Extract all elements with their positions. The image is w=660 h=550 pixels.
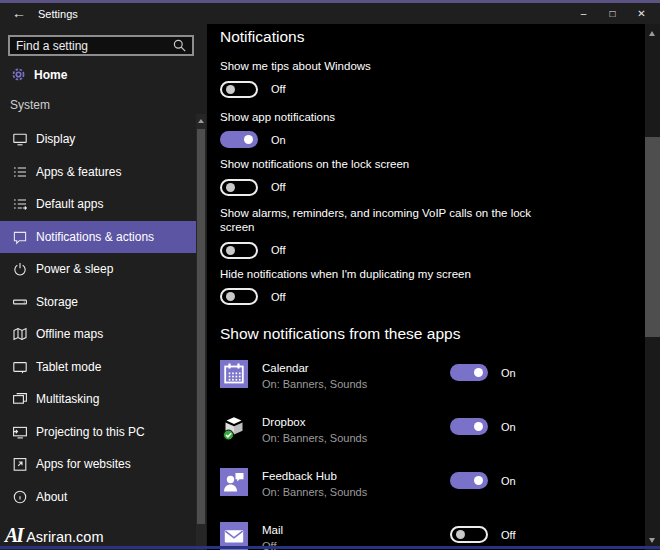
sidebar-item-default-apps[interactable]: Default apps bbox=[0, 188, 196, 221]
sidebar-item-multitasking[interactable]: Multitasking bbox=[0, 383, 196, 416]
setting-label: Show alarms, reminders, and incoming VoI… bbox=[220, 206, 538, 235]
minimize-button[interactable]: – bbox=[569, 3, 598, 24]
toggle-knob-icon bbox=[226, 183, 235, 192]
sidebar-nav: DisplayApps & featuresDefault appsNotifi… bbox=[0, 123, 196, 513]
sidebar-item-projecting-to-this-pc[interactable]: Projecting to this PC bbox=[0, 416, 196, 449]
toggle-knob-icon bbox=[474, 476, 483, 485]
sidebar-item-notifications-actions[interactable]: Notifications & actions bbox=[0, 221, 196, 254]
sidebar-scrollbar[interactable] bbox=[196, 114, 206, 550]
sidebar-item-apps-features[interactable]: Apps & features bbox=[0, 156, 196, 189]
dropbox-app-icon bbox=[220, 414, 248, 442]
apps-list: CalendarOn: Banners, SoundsOnDropboxOn: … bbox=[220, 360, 645, 550]
toggle-state-label: Off bbox=[271, 244, 285, 256]
toggle-hide-notifications-when-i-m-duplicating-[interactable] bbox=[220, 288, 258, 305]
toggle-show-alarms-reminders-and-incoming-voip-[interactable] bbox=[220, 242, 258, 259]
watermark: AI Asriran.com bbox=[5, 524, 103, 547]
sidebar-item-label: Tablet mode bbox=[36, 360, 101, 374]
main-scroll-up-arrow-icon[interactable] bbox=[649, 31, 655, 36]
toggle-show-notifications-on-the-lock-screen[interactable] bbox=[220, 179, 258, 196]
toggle-app-dropbox[interactable] bbox=[450, 418, 488, 435]
toggle-app-mail[interactable] bbox=[450, 526, 488, 543]
window-accent-strip bbox=[0, 0, 660, 3]
toggle-state-label: Off bbox=[271, 83, 285, 95]
toggle-show-me-tips-about-windows[interactable] bbox=[220, 81, 258, 98]
sidebar-item-apps-for-websites[interactable]: Apps for websites bbox=[0, 448, 196, 481]
sidebar-item-about[interactable]: About bbox=[0, 481, 196, 514]
toggle-knob-icon bbox=[456, 530, 465, 539]
toggle-knob-icon bbox=[474, 368, 483, 377]
sidebar-item-label: Apps for websites bbox=[36, 457, 131, 471]
sidebar-scrollbar-thumb[interactable] bbox=[197, 129, 205, 524]
projecting-icon bbox=[12, 424, 28, 440]
app-notification-detail: On: Banners, Sounds bbox=[262, 432, 367, 444]
app-row-dropbox: DropboxOn: Banners, SoundsOn bbox=[220, 414, 645, 442]
main-scroll-down-arrow-icon[interactable] bbox=[649, 538, 655, 543]
watermark-border-line bbox=[0, 546, 660, 549]
toggle-app-calendar[interactable] bbox=[450, 364, 488, 381]
toggle-knob-icon bbox=[474, 422, 483, 431]
toggle-knob-icon bbox=[244, 135, 253, 144]
app-notification-detail: On: Banners, Sounds bbox=[262, 378, 367, 390]
app-row-calendar: CalendarOn: Banners, SoundsOn bbox=[220, 360, 645, 388]
toggle-knob-icon bbox=[226, 246, 235, 255]
setting-label: Show app notifications bbox=[220, 110, 538, 125]
sidebar-item-label: Power & sleep bbox=[36, 262, 113, 276]
sidebar-scroll-up-arrow-icon[interactable] bbox=[198, 119, 204, 123]
sidebar-section-label: System bbox=[10, 98, 50, 112]
sidebar-item-storage[interactable]: Storage bbox=[0, 286, 196, 319]
close-button[interactable]: ✕ bbox=[627, 3, 656, 24]
sidebar-item-label: Offline maps bbox=[36, 327, 103, 341]
app-name: Feedback Hub bbox=[262, 470, 367, 483]
settings-list: Show me tips about WindowsOffShow app no… bbox=[220, 59, 645, 305]
default-apps-icon bbox=[12, 196, 28, 212]
page-title: Notifications bbox=[220, 27, 645, 46]
gear-icon bbox=[10, 66, 27, 83]
main-content: Notifications Show me tips about Windows… bbox=[207, 24, 645, 550]
search-icon[interactable] bbox=[172, 38, 188, 54]
window-controls: – □ ✕ bbox=[569, 3, 656, 24]
setting-show-notifications-on-the-lock-screen: Show notifications on the lock screenOff bbox=[220, 157, 645, 196]
sidebar-item-tablet-mode[interactable]: Tablet mode bbox=[0, 351, 196, 384]
sidebar-item-power-sleep[interactable]: Power & sleep bbox=[0, 253, 196, 286]
maximize-button[interactable]: □ bbox=[598, 3, 627, 24]
toggle-app-feedback-hub[interactable] bbox=[450, 472, 488, 489]
calendar-app-icon bbox=[220, 360, 248, 388]
search-box[interactable] bbox=[8, 35, 194, 56]
toggle-state-label: On bbox=[501, 475, 516, 487]
settings-window: ← Settings – □ ✕ Home System DisplayApps… bbox=[0, 0, 660, 550]
offline-maps-icon bbox=[12, 326, 28, 342]
setting-label: Hide notifications when I'm duplicating … bbox=[220, 267, 538, 282]
app-notification-detail: On: Banners, Sounds bbox=[262, 486, 367, 498]
watermark-logo: AI bbox=[5, 524, 22, 547]
setting-hide-notifications-when-i-m-duplicating-: Hide notifications when I'm duplicating … bbox=[220, 267, 645, 306]
tablet-mode-icon bbox=[12, 359, 28, 375]
app-name: Calendar bbox=[262, 362, 367, 375]
toggle-show-app-notifications[interactable] bbox=[220, 131, 258, 148]
sidebar-item-label: Multitasking bbox=[36, 392, 99, 406]
about-icon bbox=[12, 489, 28, 505]
main-scrollbar-thumb[interactable] bbox=[645, 137, 660, 337]
watermark-text: Asriran.com bbox=[26, 529, 103, 545]
setting-label: Show notifications on the lock screen bbox=[220, 157, 538, 172]
app-name: Dropbox bbox=[262, 416, 367, 429]
sidebar-item-display[interactable]: Display bbox=[0, 123, 196, 156]
search-input[interactable] bbox=[10, 39, 172, 53]
toggle-state-label: On bbox=[501, 367, 516, 379]
app-name: Mail bbox=[262, 524, 283, 537]
apps-features-icon bbox=[12, 164, 28, 180]
back-button[interactable]: ← bbox=[12, 3, 26, 24]
sidebar-item-offline-maps[interactable]: Offline maps bbox=[0, 318, 196, 351]
multitasking-icon bbox=[12, 391, 28, 407]
setting-label: Show me tips about Windows bbox=[220, 59, 538, 74]
apps-websites-icon bbox=[12, 456, 28, 472]
toggle-state-label: Off bbox=[501, 529, 515, 541]
feedback-hub-app-icon bbox=[220, 468, 248, 496]
sidebar-item-label: About bbox=[36, 490, 67, 504]
apps-section-title: Show notifications from these apps bbox=[220, 324, 645, 343]
sidebar-item-label: Projecting to this PC bbox=[36, 425, 145, 439]
sidebar-item-home[interactable]: Home bbox=[0, 61, 196, 88]
toggle-knob-icon bbox=[226, 292, 235, 301]
sidebar-item-label: Storage bbox=[36, 295, 78, 309]
main-scrollbar[interactable] bbox=[645, 24, 660, 550]
titlebar: ← Settings – □ ✕ bbox=[0, 3, 660, 24]
